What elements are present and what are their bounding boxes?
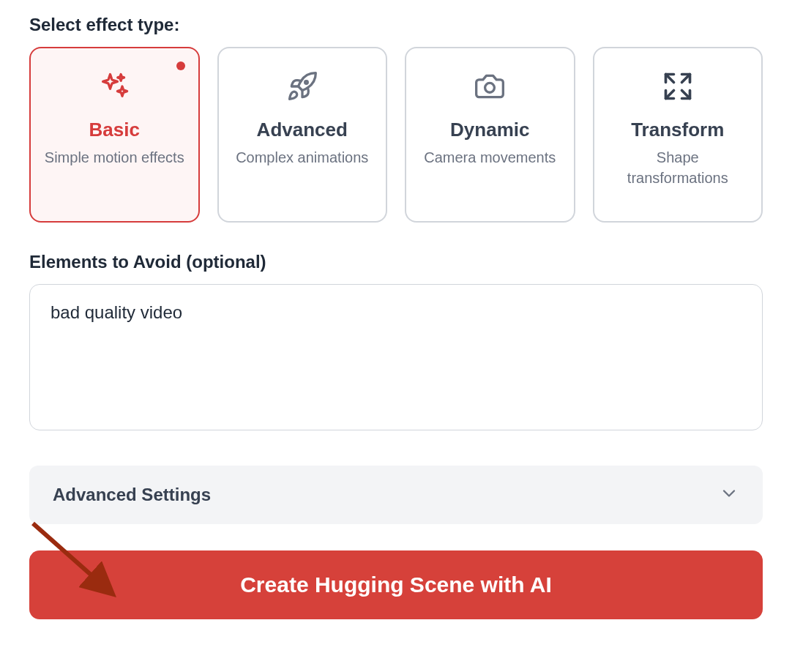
effect-type-label: Select effect type: [29,15,763,35]
selected-dot [176,61,185,70]
effect-desc-transform: Shape transformations [606,147,750,188]
effect-desc-dynamic: Camera movements [424,147,556,168]
effect-title-dynamic: Dynamic [450,119,529,141]
effect-card-transform[interactable]: Transform Shape transformations [593,47,763,223]
effect-title-advanced: Advanced [257,119,348,141]
expand-icon [660,69,695,104]
effect-card-dynamic[interactable]: Dynamic Camera movements [405,47,575,223]
rocket-icon [285,69,320,104]
create-button[interactable]: Create Hugging Scene with AI [29,550,763,619]
chevron-down-icon [719,483,739,507]
effect-desc-basic: Simple motion effects [45,147,184,168]
effect-title-basic: Basic [89,119,140,141]
effect-title-transform: Transform [631,119,724,141]
advanced-settings-toggle[interactable]: Advanced Settings [29,466,763,524]
svg-point-1 [485,83,495,92]
effect-card-advanced[interactable]: Advanced Complex animations [217,47,388,223]
camera-icon [472,69,507,104]
effect-card-basic[interactable]: Basic Simple motion effects [29,47,200,223]
sparkles-icon [97,69,132,104]
effect-type-grid: Basic Simple motion effects Advanced Com… [29,47,763,223]
effect-desc-advanced: Complex animations [236,147,368,168]
advanced-settings-label: Advanced Settings [53,485,211,505]
avoid-input[interactable] [29,284,763,430]
avoid-label: Elements to Avoid (optional) [29,252,763,272]
svg-point-0 [305,81,307,84]
